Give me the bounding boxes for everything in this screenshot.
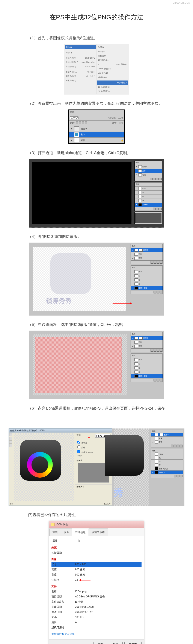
step3-screenshot: 图层 ●图层 0 主体 ●背景 通道 RGB 红 绿 蓝 ●Alpha 1	[29, 159, 164, 228]
preset-label: 预设:	[77, 434, 81, 438]
remove-props-link[interactable]: 删除属性和个人信息	[51, 630, 142, 638]
canvas-black	[32, 162, 131, 224]
mode-gray: 灰度(G)	[98, 50, 105, 54]
r: 绿	[139, 278, 140, 282]
page-watermark: UIMAKER.COM	[173, 2, 191, 4]
v: ICON.png	[75, 589, 142, 594]
mode-lab: Lab 颜色(L)	[98, 71, 108, 75]
v: 2014/8/25 17:38	[75, 604, 142, 610]
mode-multi: 多通道(M)	[98, 75, 107, 79]
layer-row[interactable]: ● 背景 🔒	[69, 138, 124, 144]
blend-mode[interactable]: 正常	[70, 116, 78, 119]
step2-screenshot: 图层 正常 不透明度: 100% 锁定: 填充: 100% ● 图层 0	[68, 110, 125, 144]
k: 脱机可用性	[51, 625, 75, 630]
meta-label: 元数据:	[77, 454, 83, 457]
v: 900 像素	[75, 567, 142, 572]
step4-text: （4）将"图层0"添加图层蒙版。	[28, 233, 165, 240]
tab-general[interactable]: 常规	[49, 528, 61, 536]
tab-details[interactable]: 详细信息	[72, 529, 89, 536]
interlaced-check[interactable]: 交错	[77, 445, 85, 449]
layer-name: 背景	[80, 138, 121, 142]
apply-button[interactable]: 应用(A)	[124, 642, 142, 644]
k: 尺寸	[51, 562, 75, 567]
watermark-text: 锁屏秀秀	[46, 295, 72, 307]
sc: Shift+Ctrl+B	[85, 64, 95, 68]
mode-indexed: 索引颜色(I)...	[98, 58, 109, 62]
layers-mini-panel: 图层 ●图层 0 主体 ●背景	[131, 244, 163, 264]
depth-val: 32	[75, 578, 78, 581]
eye-icon[interactable]: ●	[69, 127, 73, 131]
layer-thumb	[74, 132, 79, 137]
depth-8: 8 位/通道(A)	[117, 81, 127, 84]
step1-text: （1）首先，将图像模式调整为8位通道。	[28, 34, 165, 42]
red-pointer-icon	[88, 437, 90, 440]
ch-hdr: 通道	[135, 182, 162, 186]
r: 图层 0	[143, 336, 148, 340]
document-title: 在PS中生成32位PNG的操作方法	[0, 0, 193, 30]
step5-text: （5）在通道面板上选中"图层0蒙版"通道，Ctrl+V，粘贴	[28, 321, 165, 328]
r: 主体	[139, 340, 142, 344]
layer-name: 主体	[80, 132, 124, 137]
zoom-info: 100% ▾	[104, 503, 110, 505]
sc: Shift+Ctrl+L	[85, 56, 95, 60]
r: 图层 0	[143, 248, 148, 252]
l: 转换为 sRGB	[81, 451, 93, 454]
layers-mini-panel: 图层 ●图层 0 主体 ●背景	[135, 160, 162, 181]
colortable-label: 颜色表	[77, 460, 82, 462]
section-origin: 来源	[51, 544, 142, 550]
menu-autocolor: 自动颜色(O)	[66, 64, 76, 68]
format-info: GIF	[10, 503, 13, 505]
tab-security[interactable]: 安全	[61, 528, 72, 536]
k: 项目类型	[51, 594, 75, 599]
color-table	[78, 463, 109, 482]
menu-autotone: 自动色调(N)	[66, 56, 76, 60]
v: A	[75, 620, 142, 625]
step5-screenshot: 图层 ●图层 0 主体 ●背景 通道 RGB 红 绿 蓝 图层 0 蒙版	[29, 330, 164, 399]
fill-value: 100%	[118, 121, 123, 125]
eye-icon[interactable]: ●	[69, 138, 73, 142]
bg-name: 背景	[81, 139, 85, 142]
ok-button[interactable]: 确定	[93, 642, 107, 644]
sc: Alt+Shift+Ctrl+L	[81, 60, 95, 64]
layer-row[interactable]: ● 图层 0	[69, 126, 124, 132]
srgb-check[interactable]: 转换为 sRGB	[77, 450, 93, 454]
channels-mini-panel: 通道 RGB 红 绿 蓝 图层 0 蒙版	[131, 266, 163, 294]
color-ring-icon	[27, 452, 53, 478]
v: 900 x 900	[75, 562, 142, 567]
v: 2014/8/25 18:51	[75, 610, 142, 614]
opacity-value: 100%	[118, 116, 123, 120]
lock-icon: 🔒	[121, 138, 124, 142]
channels-mini-panel: 通道 RGB 红 绿 蓝 图层 0 蒙版 ●Alpha 1	[151, 449, 183, 478]
sfw-preview	[14, 434, 74, 501]
k: 创建日期	[51, 604, 75, 610]
imgsize-label: 图像大小	[77, 486, 84, 488]
menu-canvassize: 画布大小(S)...	[66, 74, 78, 78]
r: RGB	[139, 358, 142, 362]
transparency-check[interactable]: 透明度	[77, 440, 87, 444]
cancel-button[interactable]: 取消	[109, 642, 123, 644]
dialog-title: ICON 属性	[56, 522, 68, 527]
opacity-label: 不透明度:	[107, 116, 116, 120]
k: 位深度	[51, 577, 75, 582]
r: 图层 0 蒙版	[139, 286, 147, 290]
l: 交错	[81, 446, 85, 449]
channels-mini-panel: 通道 RGB 红 绿 蓝 ●Alpha 1	[135, 182, 162, 211]
r: RGB	[139, 270, 142, 274]
col-val: 值	[77, 538, 142, 544]
sc: Alt+Ctrl+I	[87, 70, 95, 74]
layer-thumb	[74, 126, 79, 131]
step6-screenshot: 存储为 Web 和设备所用格式 (100%) 预设: PNG-24 透明度	[8, 428, 185, 506]
col-prop: 属性	[51, 538, 77, 544]
mode-duotone: 双色调(D)	[98, 54, 107, 58]
step3-text: （3）打开通道，新建alpha通道，Ctrl+A全选，Ctrl+C复制。	[28, 149, 165, 157]
lock-label: 锁定:	[70, 121, 75, 125]
v	[75, 625, 142, 630]
layer-row[interactable]: 主体	[69, 132, 124, 138]
r: 主体	[159, 437, 162, 440]
v: E:\公链	[75, 599, 142, 604]
sc: Alt+Ctrl+C	[86, 74, 95, 78]
tab-previous[interactable]: 以前的版本	[89, 528, 108, 536]
r: 图层 0 蒙版	[159, 468, 168, 470]
step7-screenshot: ICON 属性 常规 安全 详细信息 以前的版本 属性值 来源 拍摄日期 图像 …	[49, 521, 144, 644]
k: 修改日期	[51, 610, 75, 614]
